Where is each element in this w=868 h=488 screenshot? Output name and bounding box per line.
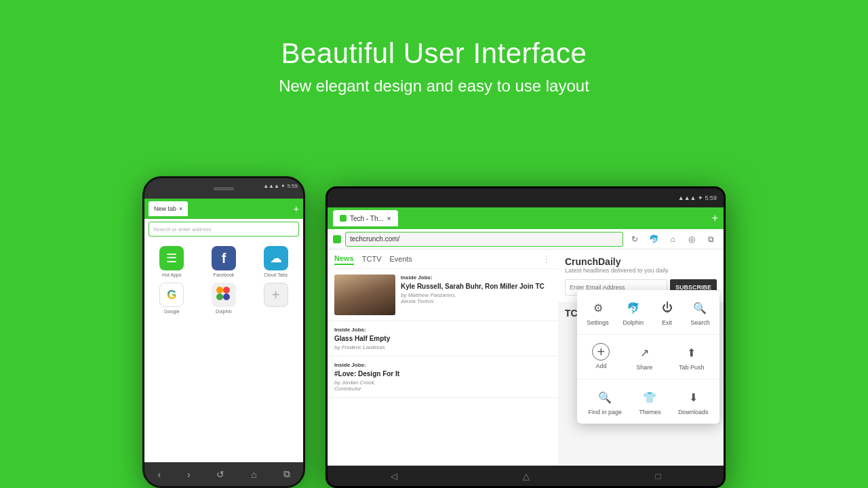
phone-tab[interactable]: New tab × [149, 201, 188, 216]
tc-article-2[interactable]: Inside Jobs: Glass Half Empty by Frederi… [328, 321, 558, 357]
tc-article-1-author: by Matthew Panzarino,Alexia Tsotsis [401, 292, 551, 304]
add-label: Add [595, 363, 606, 369]
phone-address-placeholder: Search or enter address [153, 226, 212, 232]
phone-signal-icon: ▲▲▲ ✦ [263, 183, 285, 189]
speed-dial-add[interactable]: + [252, 283, 299, 314]
search-label: Search [690, 319, 710, 326]
tablet-status: ▲▲▲ ✦ 5:59 [678, 195, 717, 201]
tc-article-1-title: Kyle Russell, Sarah Buhr, Ron Miller Joi… [401, 282, 551, 291]
share-icon: ↗ [635, 343, 654, 362]
phone-address-bar[interactable]: Search or enter address [149, 222, 299, 237]
svg-point-1 [223, 287, 230, 293]
tablet-tab-close-icon[interactable]: × [387, 215, 391, 222]
tc-nav-news[interactable]: News [334, 253, 354, 265]
phone-status: ▲▲▲ ✦ 5:59 [263, 183, 298, 189]
phone-tabs-icon[interactable]: ⧉ [283, 468, 290, 480]
find-in-page-label: Find in page [589, 409, 623, 415]
tc-article-2-info: Inside Jobs: Glass Half Empty by Frederi… [334, 327, 551, 350]
phone-screen: New tab × + Search or enter address ☰ Ho… [144, 199, 303, 462]
speed-dial-dolphin[interactable]: Dolphin [201, 283, 248, 314]
tablet-dolphin-icon[interactable]: 🐬 [646, 232, 661, 247]
dropdown-row-1: ⚙ Settings 🐬 Dolphin ⏻ Exit 🔍 [577, 290, 719, 335]
phone-time: 5:59 [287, 183, 298, 189]
tablet-tab-label: Tech - Th... [350, 215, 384, 222]
tablet-top-bar: ▲▲▲ ✦ 5:59 [328, 188, 724, 207]
dolphin-menu-button[interactable]: 🐬 Dolphin [618, 296, 648, 329]
tablet-sys-recents-icon[interactable]: □ [655, 471, 660, 481]
facebook-label: Facebook [214, 272, 235, 277]
settings-button[interactable]: ⚙ Settings [583, 296, 613, 329]
phone-new-tab-content: ☰ Hot Apps f Facebook ☁ Cloud Tabs G [144, 239, 303, 329]
tablet-nav-icons: ↻ 🐬 ⌂ ◎ ⧉ [627, 232, 718, 247]
speed-dial-facebook[interactable]: f Facebook [201, 246, 248, 277]
tablet-sonar-icon[interactable]: ◎ [684, 232, 699, 247]
tablet-tab[interactable]: Tech - Th... × [333, 210, 398, 226]
settings-icon: ⚙ [589, 298, 608, 317]
tc-article-2-author: by Frederic Lardinois [334, 344, 551, 350]
tc-article-1-label: Inside Jobs: [401, 274, 551, 281]
add-icon: + [592, 343, 610, 361]
themes-button[interactable]: 👕 Themes [635, 385, 665, 418]
exit-icon: ⏻ [658, 298, 677, 317]
hot-apps-icon: ☰ [159, 246, 184, 270]
tablet-home-icon[interactable]: ⌂ [665, 232, 680, 247]
svg-point-3 [223, 293, 230, 300]
tablet-sys-home-icon[interactable]: △ [523, 471, 530, 481]
phone-device: ▲▲▲ ✦ 5:59 New tab × + Search or enter a… [142, 176, 305, 488]
devices-container: ▲▲▲ ✦ 5:59 New tab × + Search or enter a… [142, 163, 726, 488]
speed-dial-google[interactable]: G Google [149, 283, 195, 314]
tc-nav-more-icon[interactable]: ⋮ [542, 253, 551, 264]
find-in-page-button[interactable]: 🔍 Find in page [585, 385, 627, 418]
tablet-time: 5:59 [705, 195, 717, 201]
add-speed-dial-icon: + [264, 283, 288, 307]
settings-label: Settings [587, 319, 609, 326]
facebook-icon: f [212, 246, 236, 270]
phone-speed-dials: ☰ Hot Apps f Facebook ☁ Cloud Tabs G [149, 246, 299, 314]
tc-nav-events[interactable]: Events [389, 253, 412, 264]
crunchdaily-title: CrunchDaily [565, 256, 717, 267]
tab-push-icon: ⬆ [682, 343, 701, 362]
tablet-tabs-icon[interactable]: ⧉ [703, 232, 718, 247]
downloads-label: Downloads [678, 409, 709, 415]
cloud-icon: ☁ [264, 246, 288, 270]
exit-button[interactable]: ⏻ Exit [654, 296, 681, 329]
tc-article-2-label: Inside Jobs: [334, 327, 551, 333]
tablet-url-field[interactable]: techcrunch.com/ [345, 232, 623, 247]
phone-new-tab-button[interactable]: + [294, 203, 299, 214]
tablet-device: ▲▲▲ ✦ 5:59 Tech - Th... × + techcrunch.c… [326, 186, 726, 488]
tc-article-1-info: Inside Jobs: Kyle Russell, Sarah Buhr, R… [401, 274, 551, 315]
phone-forward-icon[interactable]: › [187, 469, 191, 480]
tab-push-button[interactable]: ⬆ Tab Push [675, 340, 709, 373]
phone-reload-icon[interactable]: ↺ [216, 469, 224, 480]
dolphin-icon [212, 283, 236, 307]
speed-dial-hot-apps[interactable]: ☰ Hot Apps [149, 246, 195, 277]
tablet-screen: Tech - Th... × + techcrunch.com/ ↻ 🐬 ⌂ ◎… [328, 207, 724, 466]
tc-article-1[interactable]: Inside Jobs: Kyle Russell, Sarah Buhr, R… [328, 269, 558, 321]
find-in-page-icon: 🔍 [595, 388, 614, 407]
phone-tab-close-icon[interactable]: × [179, 205, 182, 212]
svg-point-2 [216, 293, 223, 300]
phone-back-icon[interactable]: ‹ [157, 469, 161, 480]
search-icon: 🔍 [690, 298, 709, 317]
tc-article-3-title: #Love: Design For It [334, 369, 551, 378]
cloud-label: Cloud Tabs [264, 272, 288, 277]
dropdown-row-2: + Add ↗ Share ⬆ Tab Push [577, 335, 719, 380]
hot-apps-label: Hot Apps [162, 272, 181, 277]
tablet-reload-icon[interactable]: ↻ [627, 232, 642, 247]
tablet-new-tab-button[interactable]: + [712, 212, 718, 224]
search-button[interactable]: 🔍 Search [686, 296, 714, 329]
dropdown-row-3: 🔍 Find in page 👕 Themes ⬇ Downloads [577, 380, 719, 424]
tablet-sys-back-icon[interactable]: ◁ [391, 471, 397, 481]
tc-article-1-image [334, 274, 395, 315]
tablet-signal-icon: ▲▲▲ ✦ [678, 195, 703, 201]
downloads-button[interactable]: ⬇ Downloads [674, 385, 713, 418]
tc-article-3[interactable]: Inside Jobs: #Love: Design For It by Jor… [328, 357, 558, 398]
crunchdaily-subtitle: Latest headlines delivered to you daily [565, 267, 717, 274]
tablet-tab-bar: Tech - Th... × + [328, 207, 724, 229]
phone-home-icon[interactable]: ⌂ [251, 469, 256, 480]
tc-article-3-info: Inside Jobs: #Love: Design For It by Jor… [334, 362, 551, 392]
tc-nav-tctv[interactable]: TCTV [362, 253, 382, 264]
add-button[interactable]: + Add [588, 340, 614, 373]
speed-dial-cloud[interactable]: ☁ Cloud Tabs [252, 246, 299, 277]
share-button[interactable]: ↗ Share [631, 340, 658, 373]
